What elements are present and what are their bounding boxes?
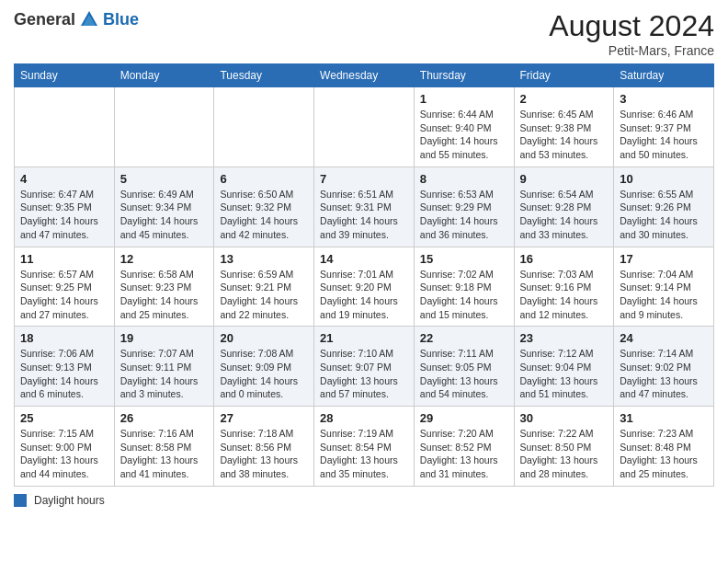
calendar-cell: 6Sunrise: 6:50 AMSunset: 9:32 PMDaylight… [214,167,314,247]
day-info: Sunrise: 7:23 AMSunset: 8:48 PMDaylight:… [620,427,708,481]
day-number: 11 [20,252,108,266]
calendar-cell: 25Sunrise: 7:15 AMSunset: 9:00 PMDayligh… [15,407,115,487]
calendar-cell: 16Sunrise: 7:03 AMSunset: 9:16 PMDayligh… [514,247,614,327]
day-info: Sunrise: 6:54 AMSunset: 9:28 PMDaylight:… [520,188,609,242]
calendar-cell: 19Sunrise: 7:07 AMSunset: 9:11 PMDayligh… [114,327,214,407]
day-number: 26 [120,411,209,425]
calendar-cell: 24Sunrise: 7:14 AMSunset: 9:02 PMDayligh… [614,327,714,407]
calendar-table: SundayMondayTuesdayWednesdayThursdayFrid… [14,63,714,487]
day-number: 5 [120,172,209,186]
calendar-cell: 29Sunrise: 7:20 AMSunset: 8:52 PMDayligh… [414,407,514,487]
logo-general-text: General [14,10,75,29]
day-number: 7 [320,172,408,186]
day-info: Sunrise: 7:19 AMSunset: 8:54 PMDaylight:… [320,427,408,481]
calendar-cell [114,87,214,167]
logo-blue-text: Blue [103,10,139,29]
day-info: Sunrise: 7:12 AMSunset: 9:04 PMDaylight:… [520,347,609,401]
calendar-week-row: 18Sunrise: 7:06 AMSunset: 9:13 PMDayligh… [15,327,714,407]
day-number: 9 [520,172,609,186]
calendar-cell: 28Sunrise: 7:19 AMSunset: 8:54 PMDayligh… [314,407,415,487]
day-number: 18 [20,331,108,345]
day-info: Sunrise: 6:57 AMSunset: 9:25 PMDaylight:… [20,268,108,322]
day-number: 4 [20,172,108,186]
day-number: 3 [620,92,708,106]
calendar-cell: 31Sunrise: 7:23 AMSunset: 8:48 PMDayligh… [614,407,714,487]
day-number: 24 [620,331,708,345]
day-info: Sunrise: 7:14 AMSunset: 9:02 PMDaylight:… [620,347,708,401]
day-info: Sunrise: 7:10 AMSunset: 9:07 PMDaylight:… [320,347,408,401]
day-info: Sunrise: 7:03 AMSunset: 9:16 PMDaylight:… [520,268,609,322]
day-info: Sunrise: 6:53 AMSunset: 9:29 PMDaylight:… [420,188,508,242]
day-number: 30 [520,411,609,425]
day-number: 13 [220,252,308,266]
day-number: 8 [420,172,508,186]
calendar-cell [314,87,415,167]
title-block: August 2024 Petit-Mars, France [549,9,714,58]
day-info: Sunrise: 7:15 AMSunset: 9:00 PMDaylight:… [20,427,108,481]
day-info: Sunrise: 6:47 AMSunset: 9:35 PMDaylight:… [20,188,108,242]
day-info: Sunrise: 7:01 AMSunset: 9:20 PMDaylight:… [320,268,408,322]
day-info: Sunrise: 6:46 AMSunset: 9:37 PMDaylight:… [620,108,708,162]
calendar-cell: 8Sunrise: 6:53 AMSunset: 9:29 PMDaylight… [414,167,514,247]
calendar-cell: 11Sunrise: 6:57 AMSunset: 9:25 PMDayligh… [15,247,115,327]
calendar-cell: 14Sunrise: 7:01 AMSunset: 9:20 PMDayligh… [314,247,415,327]
calendar-cell: 15Sunrise: 7:02 AMSunset: 9:18 PMDayligh… [414,247,514,327]
weekday-header-tuesday: Tuesday [214,64,314,87]
calendar-cell: 3Sunrise: 6:46 AMSunset: 9:37 PMDaylight… [614,87,714,167]
calendar-cell: 27Sunrise: 7:18 AMSunset: 8:56 PMDayligh… [214,407,314,487]
day-info: Sunrise: 6:51 AMSunset: 9:31 PMDaylight:… [320,188,408,242]
calendar-cell [15,87,115,167]
calendar-cell [214,87,314,167]
page-header: General Blue August 2024 Petit-Mars, Fra… [14,9,714,58]
weekday-header-saturday: Saturday [614,64,714,87]
calendar-week-row: 11Sunrise: 6:57 AMSunset: 9:25 PMDayligh… [15,247,714,327]
day-info: Sunrise: 7:16 AMSunset: 8:58 PMDaylight:… [120,427,209,481]
day-number: 15 [420,252,508,266]
day-info: Sunrise: 7:08 AMSunset: 9:09 PMDaylight:… [220,347,308,401]
calendar-cell: 22Sunrise: 7:11 AMSunset: 9:05 PMDayligh… [414,327,514,407]
weekday-header-wednesday: Wednesday [314,64,415,87]
calendar-cell: 10Sunrise: 6:55 AMSunset: 9:26 PMDayligh… [614,167,714,247]
calendar-cell: 13Sunrise: 6:59 AMSunset: 9:21 PMDayligh… [214,247,314,327]
day-info: Sunrise: 6:58 AMSunset: 9:23 PMDaylight:… [120,268,209,322]
day-number: 20 [220,331,308,345]
legend-icon [14,494,27,507]
day-number: 2 [520,92,609,106]
day-number: 23 [520,331,609,345]
day-number: 17 [620,252,708,266]
day-number: 31 [620,411,708,425]
calendar-week-row: 25Sunrise: 7:15 AMSunset: 9:00 PMDayligh… [15,407,714,487]
day-number: 21 [320,331,408,345]
day-info: Sunrise: 7:11 AMSunset: 9:05 PMDaylight:… [420,347,508,401]
day-info: Sunrise: 7:22 AMSunset: 8:50 PMDaylight:… [520,427,609,481]
logo-icon [79,9,99,29]
day-info: Sunrise: 7:18 AMSunset: 8:56 PMDaylight:… [220,427,308,481]
calendar-cell: 26Sunrise: 7:16 AMSunset: 8:58 PMDayligh… [114,407,214,487]
calendar-cell: 2Sunrise: 6:45 AMSunset: 9:38 PMDaylight… [514,87,614,167]
day-number: 16 [520,252,609,266]
day-number: 22 [420,331,508,345]
calendar-cell: 20Sunrise: 7:08 AMSunset: 9:09 PMDayligh… [214,327,314,407]
location-subtitle: Petit-Mars, France [549,43,714,58]
day-number: 10 [620,172,708,186]
day-number: 27 [220,411,308,425]
day-info: Sunrise: 6:55 AMSunset: 9:26 PMDaylight:… [620,188,708,242]
weekday-header-thursday: Thursday [414,64,514,87]
day-info: Sunrise: 7:07 AMSunset: 9:11 PMDaylight:… [120,347,209,401]
calendar-cell: 12Sunrise: 6:58 AMSunset: 9:23 PMDayligh… [114,247,214,327]
day-info: Sunrise: 7:20 AMSunset: 8:52 PMDaylight:… [420,427,508,481]
calendar-cell: 9Sunrise: 6:54 AMSunset: 9:28 PMDaylight… [514,167,614,247]
calendar-cell: 1Sunrise: 6:44 AMSunset: 9:40 PMDaylight… [414,87,514,167]
day-info: Sunrise: 6:50 AMSunset: 9:32 PMDaylight:… [220,188,308,242]
weekday-header-friday: Friday [514,64,614,87]
day-number: 1 [420,92,508,106]
month-year-title: August 2024 [549,9,714,43]
day-info: Sunrise: 6:44 AMSunset: 9:40 PMDaylight:… [420,108,508,162]
legend-label: Daylight hours [34,494,105,507]
calendar-cell: 30Sunrise: 7:22 AMSunset: 8:50 PMDayligh… [514,407,614,487]
day-info: Sunrise: 7:02 AMSunset: 9:18 PMDaylight:… [420,268,508,322]
day-number: 28 [320,411,408,425]
day-info: Sunrise: 6:45 AMSunset: 9:38 PMDaylight:… [520,108,609,162]
calendar-week-row: 1Sunrise: 6:44 AMSunset: 9:40 PMDaylight… [15,87,714,167]
calendar-cell: 7Sunrise: 6:51 AMSunset: 9:31 PMDaylight… [314,167,415,247]
